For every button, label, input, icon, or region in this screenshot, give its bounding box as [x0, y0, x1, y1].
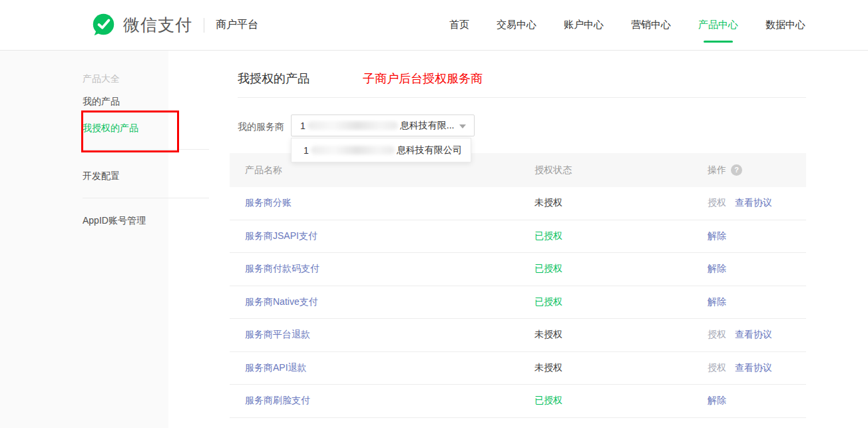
status-text: 已授权 [535, 296, 562, 308]
table-row: 服务商API退款未授权授权查看协议 [230, 352, 806, 385]
row-actions: 授权查看协议 [708, 329, 772, 341]
nav-item[interactable]: 营销中心 [631, 19, 671, 31]
view-agreement-link[interactable]: 查看协议 [735, 329, 772, 341]
row-actions: 解除 [708, 230, 726, 242]
table-row: 服务商平台退款未授权授权查看协议 [230, 319, 806, 352]
chevron-down-icon [459, 124, 466, 128]
view-agreement-link[interactable]: 查看协议 [735, 197, 772, 209]
sidebar-item[interactable]: 我授权的产品 [83, 122, 138, 134]
nav-item[interactable]: 首页 [449, 19, 469, 31]
row-actions: 授权查看协议 [708, 197, 772, 209]
nav-item[interactable]: 产品中心 [698, 19, 738, 31]
status-text: 未授权 [535, 197, 562, 209]
brand-divider [204, 18, 204, 33]
sidebar-item[interactable]: 我的产品 [83, 96, 120, 108]
unbind-link[interactable]: 解除 [708, 296, 726, 308]
provider-option-text: 1 息科技有限公司 [304, 144, 462, 156]
row-actions: 授权查看协议 [708, 362, 772, 374]
wechat-pay-icon [91, 13, 116, 37]
title-divider [238, 97, 806, 98]
table-body: 服务商分账未授权授权查看协议服务商JSAPI支付已授权解除服务商付款码支付已授权… [230, 187, 806, 418]
status-text: 已授权 [535, 263, 562, 275]
sidebar-item: 产品大全 [83, 73, 120, 85]
annotation-note: 子商户后台授权服务商 [363, 71, 483, 87]
view-agreement-link[interactable]: 查看协议 [735, 362, 772, 374]
table-row: 服务商刷脸支付已授权解除 [230, 385, 806, 418]
product-name-link[interactable]: 服务商刷脸支付 [245, 395, 310, 407]
table-row: 服务商Native支付已授权解除 [230, 286, 806, 320]
provider-select[interactable]: 1 息科技有限... [291, 114, 475, 136]
top-header: 微信支付 商户平台 首页交易中心账户中心营销中心产品中心数据中心 [0, 0, 868, 51]
provider-label: 我的服务商 [238, 121, 284, 133]
table-row: 服务商付款码支付已授权解除 [230, 253, 806, 286]
authorize-link[interactable]: 授权 [708, 329, 726, 341]
page-title: 我授权的产品 [238, 71, 310, 87]
column-header-status: 授权状态 [535, 153, 572, 187]
row-actions: 解除 [708, 395, 726, 407]
row-actions: 解除 [708, 263, 726, 275]
nav-item[interactable]: 数据中心 [765, 19, 805, 31]
sidebar-item[interactable]: 开发配置 [83, 170, 120, 182]
product-name-link[interactable]: 服务商分账 [245, 197, 292, 209]
sidebar-divider [83, 149, 209, 150]
help-question-icon[interactable]: ? [731, 164, 742, 176]
sidebar-item[interactable]: AppID账号管理 [83, 215, 146, 227]
table-row: 服务商JSAPI支付已授权解除 [230, 220, 806, 254]
provider-dropdown-option[interactable]: 1 息科技有限公司 [291, 138, 471, 162]
table-row: 服务商分账未授权授权查看协议 [230, 187, 806, 220]
authorize-link[interactable]: 授权 [708, 197, 726, 209]
unbind-link[interactable]: 解除 [708, 230, 726, 242]
authorize-link[interactable]: 授权 [708, 362, 726, 374]
status-text: 未授权 [535, 362, 562, 374]
product-name-link[interactable]: 服务商平台退款 [245, 329, 310, 341]
nav-item[interactable]: 交易中心 [497, 19, 537, 31]
top-nav: 首页交易中心账户中心营销中心产品中心数据中心 [449, 0, 805, 50]
brand-logo[interactable]: 微信支付 商户平台 [91, 0, 258, 50]
nav-item[interactable]: 账户中心 [564, 19, 604, 31]
status-text: 已授权 [535, 230, 562, 242]
column-header-product: 产品名称 [245, 153, 282, 187]
status-text: 已授权 [535, 395, 562, 407]
sidebar-divider [83, 198, 209, 198]
product-name-link[interactable]: 服务商付款码支付 [245, 263, 320, 275]
unbind-link[interactable]: 解除 [708, 263, 726, 275]
brand-name: 微信支付 [123, 14, 192, 36]
provider-select-value: 1 息科技有限... [300, 120, 454, 132]
product-name-link[interactable]: 服务商Native支付 [245, 296, 318, 308]
portal-name: 商户平台 [216, 18, 258, 32]
product-name-link[interactable]: 服务商JSAPI支付 [245, 230, 318, 242]
unbind-link[interactable]: 解除 [708, 395, 726, 407]
redacted-text-blur [308, 121, 398, 130]
column-header-action: 操作 [708, 153, 726, 187]
product-name-link[interactable]: 服务商API退款 [245, 362, 307, 374]
status-text: 未授权 [535, 329, 562, 341]
row-actions: 解除 [708, 296, 726, 308]
redacted-text-blur [311, 146, 395, 154]
